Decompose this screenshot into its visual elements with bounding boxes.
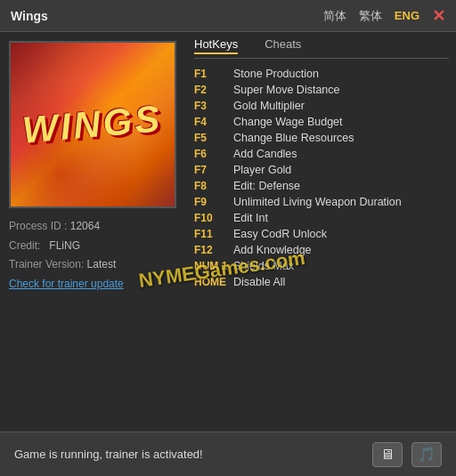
lang-simplified[interactable]: 简体 bbox=[323, 8, 346, 24]
tab-hotkeys[interactable]: HotKeys bbox=[194, 37, 238, 54]
hotkey-desc: Add Knowledge bbox=[233, 244, 312, 256]
hotkey-key: F2 bbox=[194, 84, 228, 96]
hotkey-item[interactable]: NUM 1Shields Max bbox=[194, 258, 449, 274]
hotkey-desc: Unlimited Living Weapon Duration bbox=[233, 196, 402, 208]
home-desc: Disable All bbox=[233, 276, 285, 288]
status-message: Game is running, trainer is activated! bbox=[14, 448, 203, 461]
hotkey-item[interactable]: F3Gold Multiplier bbox=[194, 98, 449, 114]
update-link-row[interactable]: Check for trainer update bbox=[9, 275, 178, 294]
hotkey-key: F3 bbox=[194, 100, 228, 112]
hotkey-item[interactable]: F2Super Move Distance bbox=[194, 82, 449, 98]
hotkey-list: F1Stone ProductionF2Super Move DistanceF… bbox=[194, 66, 449, 432]
hotkey-desc: Easy CodR Unlock bbox=[233, 228, 327, 240]
tabs: HotKeys Cheats bbox=[194, 37, 449, 59]
process-id-label: Process ID : bbox=[9, 220, 67, 232]
credit-label: Credit: bbox=[9, 239, 40, 252]
lang-bar: 简体 繁体 ENG ✕ bbox=[323, 8, 445, 24]
hotkey-desc: Edit: Defense bbox=[233, 180, 300, 192]
hotkey-item[interactable]: F5Change Blue Resources bbox=[194, 130, 449, 146]
hotkey-key: F1 bbox=[194, 68, 228, 80]
process-info: Process ID : 12064 Credit: FLiNG Trainer… bbox=[9, 217, 178, 294]
version-value: Latest bbox=[87, 258, 117, 270]
title-bar: Wings 简体 繁体 ENG ✕ bbox=[0, 0, 456, 32]
hotkey-item[interactable]: F9Unlimited Living Weapon Duration bbox=[194, 194, 449, 210]
hotkey-desc: Change Wage Budget bbox=[233, 116, 343, 128]
process-id-row: Process ID : 12064 bbox=[9, 217, 178, 237]
game-image: WINGS bbox=[9, 41, 176, 208]
music-icon-button[interactable]: 🎵 bbox=[411, 442, 442, 467]
hotkey-desc: Add Candles bbox=[233, 148, 297, 160]
lang-traditional[interactable]: 繁体 bbox=[359, 8, 382, 24]
right-panel: HotKeys Cheats F1Stone ProductionF2Super… bbox=[187, 32, 456, 432]
hotkey-key: F11 bbox=[194, 228, 228, 240]
app-title: Wings bbox=[11, 9, 48, 23]
status-bar: Game is running, trainer is activated! 🖥… bbox=[0, 432, 456, 476]
tab-cheats[interactable]: Cheats bbox=[265, 37, 301, 54]
hotkey-item[interactable]: F1Stone Production bbox=[194, 66, 449, 82]
lang-english[interactable]: ENG bbox=[395, 9, 419, 22]
hotkey-desc: Gold Multiplier bbox=[233, 100, 305, 112]
hotkey-key: F8 bbox=[194, 180, 228, 192]
hotkey-desc: Stone Production bbox=[233, 68, 319, 80]
hotkey-desc: Change Blue Resources bbox=[233, 132, 354, 144]
process-id-value: 12064 bbox=[70, 220, 100, 232]
hotkey-key: F12 bbox=[194, 244, 228, 256]
hotkey-item[interactable]: F7Player Gold bbox=[194, 162, 449, 178]
hotkey-desc: Shields Max bbox=[233, 260, 294, 272]
hotkey-desc: Super Move Distance bbox=[233, 84, 340, 96]
version-label: Trainer Version: bbox=[9, 258, 84, 270]
status-icons: 🖥 🎵 bbox=[372, 442, 442, 467]
hotkey-item[interactable]: F8Edit: Defense bbox=[194, 178, 449, 194]
hotkey-desc: Edit Int bbox=[233, 212, 268, 224]
screen-icon-button[interactable]: 🖥 bbox=[372, 442, 403, 467]
hotkey-desc: Player Gold bbox=[233, 164, 291, 176]
hotkey-item[interactable]: F11Easy CodR Unlock bbox=[194, 226, 449, 242]
left-panel: WINGS Process ID : 12064 Credit: FLiNG T… bbox=[0, 32, 187, 432]
hotkey-key: F6 bbox=[194, 148, 228, 160]
hotkey-item[interactable]: F12Add Knowledge bbox=[194, 242, 449, 258]
title-bar-left: Wings bbox=[11, 9, 48, 23]
update-link[interactable]: Check for trainer update bbox=[9, 278, 124, 290]
credit-row: Credit: FLiNG bbox=[9, 237, 178, 256]
main-content: WINGS Process ID : 12064 Credit: FLiNG T… bbox=[0, 32, 456, 432]
hotkey-key: F7 bbox=[194, 164, 228, 176]
credit-value: FLiNG bbox=[49, 239, 80, 252]
close-button[interactable]: ✕ bbox=[432, 8, 445, 24]
hotkey-key: F10 bbox=[194, 212, 228, 224]
hotkey-item[interactable]: F10Edit Int bbox=[194, 210, 449, 226]
hotkey-key: F5 bbox=[194, 132, 228, 144]
hotkey-key: NUM 1 bbox=[194, 260, 228, 272]
home-disable-item[interactable]: HOMEDisable All bbox=[194, 274, 449, 290]
version-row: Trainer Version: Latest bbox=[9, 255, 178, 275]
hotkey-key: F4 bbox=[194, 116, 228, 128]
hotkey-item[interactable]: F4Change Wage Budget bbox=[194, 114, 449, 130]
home-key: HOME bbox=[194, 276, 228, 288]
hotkey-item[interactable]: F6Add Candles bbox=[194, 146, 449, 162]
hotkey-key: F9 bbox=[194, 196, 228, 208]
